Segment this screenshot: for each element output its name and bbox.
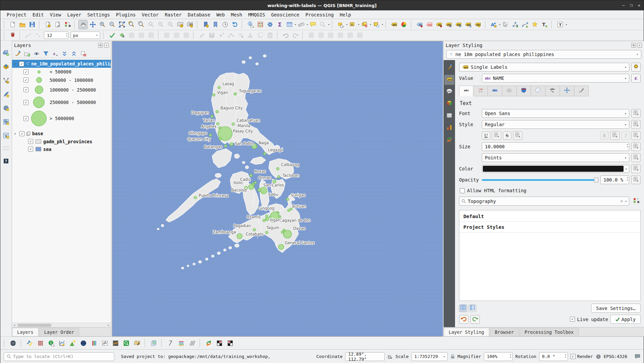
add-vector-layer-button[interactable]: ✳ — [1, 76, 11, 85]
tab-layer-order[interactable]: Layer Order — [39, 328, 79, 336]
history-arrows-tab[interactable] — [444, 135, 454, 145]
plot-tool-button[interactable] — [57, 338, 67, 348]
open-project-button[interactable] — [18, 20, 27, 29]
script-plot-button[interactable] — [111, 338, 121, 348]
map-canvas[interactable]: LaoagViganTuguegaraoBaguio CityDagupanTa… — [112, 41, 443, 336]
layer-diagram-button[interactable] — [399, 20, 408, 29]
tab-background[interactable] — [517, 86, 531, 96]
tab-layer-styling[interactable]: Layer Styling — [444, 328, 489, 336]
add-mesh-layer-button[interactable] — [1, 131, 11, 140]
tab-formatting[interactable]: +ab< c — [473, 86, 488, 96]
styling-layer-selector[interactable]: ne_10m_populated_places_philippines ▾ — [446, 50, 641, 59]
snapping-magnet-button[interactable] — [8, 31, 17, 40]
scale-select[interactable]: 1:7352729▾ — [411, 352, 448, 361]
rotate-label-button[interactable]: abc — [464, 20, 473, 29]
close-button[interactable]: ✕ — [638, 3, 640, 8]
value-bars-button[interactable] — [89, 338, 99, 348]
add-group-button[interactable] — [23, 50, 31, 57]
refresh-button[interactable] — [230, 20, 239, 29]
new-project-button[interactable] — [8, 20, 17, 29]
text-box-button[interactable]: T — [556, 20, 565, 29]
layer-item-populated-places[interactable]: ▾ ✓ ne_10m_populated_places_philipp — [12, 60, 111, 68]
epsg-status[interactable]: EPSG:4326 — [604, 354, 627, 359]
underline-button[interactable]: U — [482, 132, 490, 140]
azimuth-tool-button[interactable] — [166, 338, 176, 348]
zoom-to-layer-button[interactable] — [127, 20, 136, 29]
add-delimited-layer-button[interactable] — [1, 90, 11, 99]
font-select[interactable]: Open Sans▾ — [482, 109, 629, 118]
menu-database[interactable]: Database — [185, 11, 213, 18]
filter-legend-button[interactable] — [42, 50, 50, 57]
auto-placement-settings-button[interactable] — [631, 63, 641, 71]
menu-vector[interactable]: Vector — [139, 11, 162, 18]
measure-button[interactable] — [297, 20, 306, 29]
pan-map-button[interactable] — [78, 20, 87, 29]
style-manager-button[interactable]: a — [63, 20, 72, 29]
scrollbar-thumb[interactable] — [17, 324, 51, 327]
copy-features-button[interactable] — [149, 338, 159, 348]
tab-text[interactable]: abc — [459, 86, 473, 96]
horizontal-scrollbar[interactable]: ◂ ▸ — [12, 323, 111, 327]
diagram-image-tab[interactable] — [444, 111, 454, 121]
render-checkbox[interactable]: ✓ — [571, 354, 576, 359]
zoom-out-button[interactable] — [108, 20, 117, 29]
legend-class-item[interactable]: ✓2500000 - 5000000 — [12, 95, 111, 109]
dropdown-arrow[interactable]: ▾ — [358, 23, 360, 26]
menu-mesh[interactable]: Mesh — [228, 11, 245, 18]
manage-map-themes-button[interactable] — [33, 50, 41, 57]
menu-web[interactable]: Web — [213, 11, 228, 18]
show-unplaced-labels-button[interactable]: abc — [425, 20, 434, 29]
live-update-checkbox[interactable]: ✓ — [570, 317, 575, 322]
tab-shadow[interactable] — [531, 86, 545, 96]
temporal-controller-button[interactable] — [220, 20, 230, 29]
select-features-button[interactable] — [336, 20, 345, 29]
layer-labeling-button[interactable]: abc — [390, 20, 399, 29]
data-defined-override-button[interactable] — [610, 131, 620, 140]
extents-icon[interactable] — [387, 354, 393, 359]
snapping-units-select[interactable]: px▾ — [71, 32, 100, 39]
dropdown-arrow[interactable]: ▾ — [499, 23, 501, 26]
zoom-in-button[interactable] — [98, 20, 107, 29]
menu-layer[interactable]: Layer — [64, 11, 84, 18]
save-project-button[interactable] — [27, 20, 37, 29]
hatch-tool-button[interactable] — [187, 338, 197, 348]
group-item-base[interactable]: ▾ ✓ base — [12, 129, 111, 138]
select-by-expression-button[interactable]: ε — [348, 20, 357, 29]
add-layer-globe-button[interactable] — [1, 62, 11, 71]
new-map-view-button[interactable] — [176, 20, 185, 29]
avoid-intersections-button[interactable] — [117, 31, 126, 40]
layer-checkbox[interactable]: ✓ — [19, 61, 24, 66]
dropdown-arrow[interactable]: ▾ — [346, 23, 347, 26]
help-button[interactable]: ? — [1, 156, 11, 166]
show-hide-labels-button[interactable]: abc — [444, 20, 453, 29]
diagram-chart-tab[interactable] — [444, 123, 454, 133]
font-style-select[interactable]: Regular▾ — [482, 120, 629, 129]
data-source-manager-button[interactable] — [1, 48, 11, 58]
pan-to-selection-button[interactable] — [88, 20, 97, 29]
dropdown-arrow[interactable]: ▾ — [370, 23, 371, 26]
style-list-item-default[interactable]: Default — [459, 211, 640, 222]
refresh-layers-button[interactable] — [204, 338, 214, 348]
tab-buffer[interactable]: abc — [488, 86, 502, 96]
marker-annotation-button[interactable] — [530, 20, 539, 29]
data-defined-override-button[interactable] — [631, 164, 641, 173]
close-panel-icon[interactable]: ✕ — [104, 43, 109, 48]
map-tips-button[interactable] — [309, 20, 318, 29]
locate-input[interactable]: Type to locate (Ctrl+K) — [4, 352, 114, 361]
globe-view-button[interactable] — [78, 338, 88, 348]
snapping-tolerance-spinbox[interactable]: 12▴▾ — [44, 32, 69, 39]
attribute-table-button[interactable] — [285, 20, 294, 29]
modify-annotation-button[interactable] — [501, 20, 510, 29]
scroll-left-icon[interactable]: ◂ — [12, 323, 17, 327]
menu-settings[interactable]: Settings — [84, 11, 113, 18]
line-annotation-button[interactable] — [520, 20, 529, 29]
dropdown-arrow[interactable]: ▾ — [637, 53, 638, 56]
float-panel-icon[interactable]: ⧉ — [631, 43, 636, 48]
add-virtual-layer-button[interactable] — [1, 103, 11, 113]
deselect-features-button[interactable] — [360, 20, 369, 29]
checker-one-button[interactable] — [214, 338, 224, 348]
annotation-tool-button[interactable]: A — [489, 20, 498, 29]
identify-features-button[interactable]: i — [246, 20, 255, 29]
polygon-annotation-button[interactable] — [511, 20, 520, 29]
list-view-button[interactable] — [468, 305, 476, 312]
